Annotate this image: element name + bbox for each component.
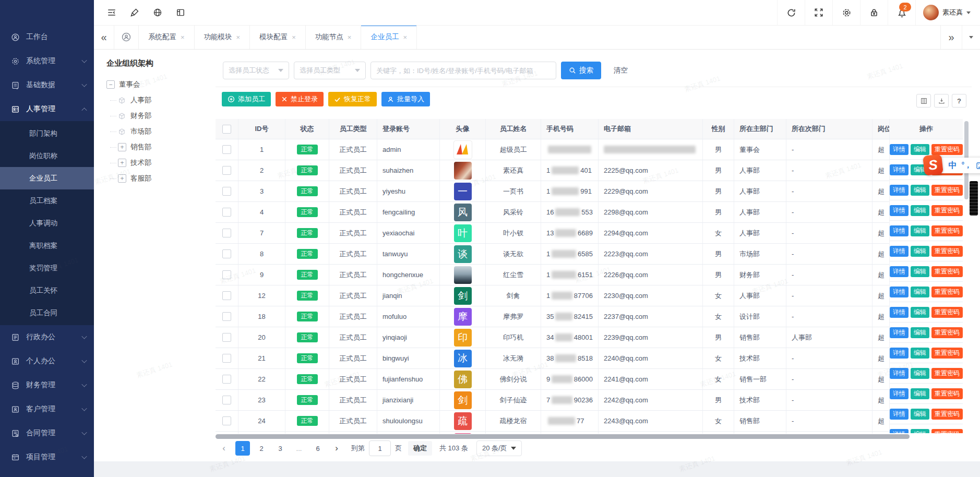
expand-icon[interactable]: + <box>118 159 126 167</box>
keyword-input[interactable] <box>371 62 556 79</box>
collapse-icon[interactable]: − <box>106 80 115 89</box>
confirm-button[interactable]: 确定 <box>408 441 432 456</box>
reset-password-button[interactable]: 重置密码 <box>931 409 963 420</box>
tree-node-3[interactable]: + 销售部 <box>118 139 211 155</box>
cube-icon[interactable] <box>118 112 126 120</box>
detail-button[interactable]: 详情 <box>890 327 909 338</box>
row-checkbox[interactable] <box>222 166 231 175</box>
detail-button[interactable]: 详情 <box>890 307 909 318</box>
sidebar-item-0[interactable]: 工作台 <box>0 25 94 49</box>
reset-password-button[interactable]: 重置密码 <box>931 246 963 257</box>
sidebar-subitem-6[interactable]: 奖罚管理 <box>0 257 94 279</box>
reset-password-button[interactable]: 重置密码 <box>931 327 963 338</box>
layout-icon[interactable] <box>169 0 192 25</box>
sidebar-subitem-1[interactable]: 岗位职称 <box>0 145 94 167</box>
edit-button[interactable]: 编辑 <box>911 287 929 297</box>
export-icon[interactable] <box>934 94 949 108</box>
detail-button[interactable]: 详情 <box>890 164 909 175</box>
edit-button[interactable]: 编辑 <box>911 348 929 359</box>
tree-root[interactable]: − 董事会 <box>106 77 211 92</box>
edit-button[interactable]: 编辑 <box>911 429 929 434</box>
edit-button[interactable]: 编辑 <box>911 205 929 216</box>
sidebar-item-9[interactable]: 项目管理 <box>0 445 94 469</box>
close-icon[interactable]: × <box>236 33 241 41</box>
reset-password-button[interactable]: 重置密码 <box>931 307 963 318</box>
tab-4[interactable]: 企业员工 × <box>361 25 417 49</box>
row-checkbox[interactable] <box>222 187 231 196</box>
prev-page-button[interactable]: ‹ <box>217 441 231 456</box>
edit-button[interactable]: 编辑 <box>911 144 929 155</box>
sidebar-item-5[interactable]: 个人办公 <box>0 349 94 373</box>
menu-fold-icon[interactable] <box>100 0 123 25</box>
brush-icon[interactable] <box>123 0 146 25</box>
horizontal-scrollbar-thumb[interactable] <box>216 434 910 439</box>
ime-logo[interactable]: S <box>923 154 943 176</box>
edit-button[interactable]: 编辑 <box>911 225 929 236</box>
page-size-select[interactable]: 20 条/页 <box>476 440 522 456</box>
detail-button[interactable]: 详情 <box>890 287 909 297</box>
row-checkbox[interactable] <box>222 208 231 217</box>
tree-node-4[interactable]: + 技术部 <box>118 155 211 171</box>
page-button-1[interactable]: 1 <box>235 441 250 456</box>
expand-icon[interactable]: + <box>118 174 126 183</box>
sidebar-subitem-2[interactable]: 企业员工 <box>0 167 94 189</box>
edit-button[interactable]: 编辑 <box>911 409 929 420</box>
row-checkbox[interactable] <box>222 145 231 154</box>
horizontal-scrollbar[interactable] <box>216 434 963 439</box>
detail-button[interactable]: 详情 <box>890 144 909 155</box>
sidebar-item-7[interactable]: 客户管理 <box>0 397 94 421</box>
refresh-icon[interactable] <box>777 0 805 25</box>
cube-icon[interactable] <box>118 127 126 136</box>
page-button-6[interactable]: 6 <box>310 441 325 456</box>
edit-button[interactable]: 编辑 <box>911 368 929 379</box>
next-page-button[interactable]: › <box>329 441 344 456</box>
tabs-scroll-right[interactable]: » <box>940 25 962 49</box>
close-icon[interactable]: × <box>292 33 296 41</box>
close-icon[interactable]: × <box>348 33 352 41</box>
reset-password-button[interactable]: 重置密码 <box>931 287 963 297</box>
tab-1[interactable]: 功能模块 × <box>195 25 250 49</box>
status-select[interactable]: 选择员工状态 <box>223 62 289 79</box>
tree-node-1[interactable]: 财务部 <box>118 108 211 124</box>
sidebar-subitem-3[interactable]: 员工档案 <box>0 189 94 212</box>
edit-button[interactable]: 编辑 <box>911 307 929 318</box>
toolbar-button-2[interactable]: 恢复正常 <box>328 92 377 106</box>
search-button[interactable]: 搜索 <box>561 62 601 79</box>
bell-icon[interactable]: 2 <box>888 0 915 25</box>
detail-button[interactable]: 详情 <box>890 388 909 399</box>
close-icon[interactable]: × <box>403 33 407 41</box>
tab-3[interactable]: 功能节点 × <box>306 25 362 49</box>
sidebar-item-6[interactable]: 财务管理 <box>0 373 94 397</box>
edit-button[interactable]: 编辑 <box>911 388 929 399</box>
help-icon[interactable]: ? <box>952 94 966 108</box>
detail-button[interactable]: 详情 <box>890 246 909 257</box>
fullscreen-icon[interactable] <box>805 0 832 25</box>
sidebar-item-4[interactable]: 行政办公 <box>0 325 94 349</box>
sidebar-subitem-7[interactable]: 员工关怀 <box>0 279 94 302</box>
gear-icon[interactable] <box>832 0 860 25</box>
toolbar-button-1[interactable]: 禁止登录 <box>276 92 324 106</box>
page-button-...[interactable]: ... <box>292 441 306 456</box>
reset-password-button[interactable]: 重置密码 <box>931 368 963 379</box>
detail-button[interactable]: 详情 <box>890 185 909 196</box>
detail-button[interactable]: 详情 <box>890 348 909 359</box>
tab-0[interactable]: 系统配置 × <box>139 25 195 49</box>
sidebar-item-2[interactable]: 基础数据 <box>0 73 94 97</box>
sidebar-item-1[interactable]: 系统管理 <box>0 49 94 73</box>
tree-node-0[interactable]: 人事部 <box>118 92 211 108</box>
page-button-3[interactable]: 3 <box>273 441 288 456</box>
columns-icon[interactable] <box>916 94 931 108</box>
reset-password-button[interactable]: 重置密码 <box>931 205 963 216</box>
reset-password-button[interactable]: 重置密码 <box>931 225 963 236</box>
row-checkbox[interactable] <box>222 396 231 404</box>
sidebar-item-3[interactable]: 人事管理 <box>0 97 94 121</box>
detail-button[interactable]: 详情 <box>890 368 909 379</box>
row-checkbox[interactable] <box>222 291 231 300</box>
sidebar-item-10[interactable]: 知识网盘 <box>0 469 94 477</box>
sidebar-subitem-8[interactable]: 员工合同 <box>0 302 94 324</box>
select-all-checkbox[interactable] <box>222 125 231 134</box>
close-icon[interactable]: × <box>181 33 185 41</box>
edit-button[interactable]: 编辑 <box>911 327 929 338</box>
ime-punctuation-button[interactable]: °， <box>961 161 972 170</box>
globe-icon[interactable] <box>146 0 169 25</box>
